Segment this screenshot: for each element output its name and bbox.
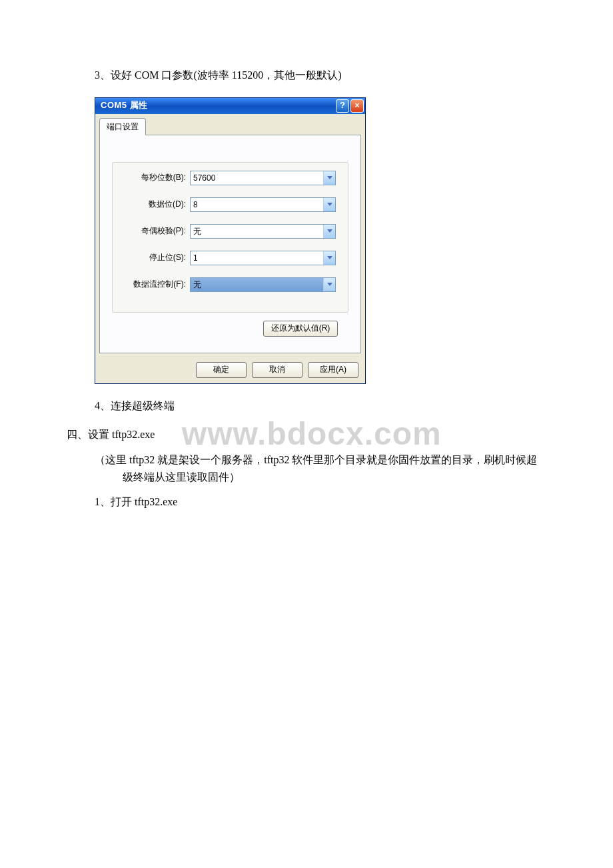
note-tftp: （这里 tftp32 就是架设一个服务器，tftp32 软件里那个目录就是你固件…: [95, 451, 546, 485]
tab-panel: 每秒位数(B): 57600 数据位(D): 8 奇偶校: [99, 135, 361, 353]
chevron-down-icon[interactable]: [323, 251, 335, 265]
combo-stop[interactable]: 1: [190, 251, 336, 265]
ok-button[interactable]: 确定: [196, 362, 247, 378]
instruction-step-3: 3、设好 COM 口参数(波特率 115200，其他一般默认): [67, 67, 546, 84]
dialog-buttons: 确定 取消 应用(A): [95, 358, 365, 383]
close-icon[interactable]: ×: [350, 99, 364, 113]
label-flow: 数据流控制(F):: [125, 278, 190, 291]
chevron-down-icon[interactable]: [323, 198, 335, 211]
chevron-down-icon[interactable]: [323, 278, 335, 291]
combo-databits-value: 8: [191, 198, 323, 211]
combo-parity[interactable]: 无: [190, 224, 336, 239]
field-databits: 数据位(D): 8: [125, 197, 336, 212]
section-heading-4: 四、设置 tftp32.exe: [67, 426, 546, 443]
cancel-button[interactable]: 取消: [252, 362, 303, 378]
combo-flow-value: 无: [191, 278, 323, 291]
instruction-open-tftp: 1、打开 tftp32.exe: [67, 493, 546, 511]
dialog-titlebar[interactable]: COM5 属性 ? ×: [95, 98, 365, 114]
combo-baud-value: 57600: [191, 171, 323, 185]
com-properties-dialog: COM5 属性 ? × 端口设置 每秒位数(B): 57600 数据位(D):: [95, 97, 366, 384]
label-databits: 数据位(D):: [125, 198, 190, 211]
restore-defaults-button[interactable]: 还原为默认值(R): [263, 321, 338, 337]
combo-flow[interactable]: 无: [190, 277, 336, 292]
instruction-step-4: 4、连接超级终端: [67, 397, 546, 415]
help-icon[interactable]: ?: [336, 99, 349, 113]
apply-button[interactable]: 应用(A): [308, 362, 358, 378]
combo-baud[interactable]: 57600: [190, 171, 336, 185]
chevron-down-icon[interactable]: [323, 225, 335, 238]
label-parity: 奇偶校验(P):: [125, 225, 190, 237]
tab-strip: 端口设置: [95, 114, 365, 135]
field-baud: 每秒位数(B): 57600: [125, 171, 336, 185]
combo-stop-value: 1: [191, 251, 323, 265]
settings-group: 每秒位数(B): 57600 数据位(D): 8 奇偶校: [112, 162, 348, 313]
chevron-down-icon[interactable]: [323, 171, 335, 185]
combo-parity-value: 无: [191, 225, 323, 238]
tab-port-settings[interactable]: 端口设置: [99, 118, 146, 135]
dialog-title: COM5 属性: [101, 99, 336, 113]
field-flow: 数据流控制(F): 无: [125, 277, 336, 292]
label-baud: 每秒位数(B):: [125, 171, 190, 184]
combo-databits[interactable]: 8: [190, 197, 336, 212]
field-stop: 停止位(S): 1: [125, 251, 336, 265]
label-stop: 停止位(S):: [125, 251, 190, 264]
field-parity: 奇偶校验(P): 无: [125, 224, 336, 239]
